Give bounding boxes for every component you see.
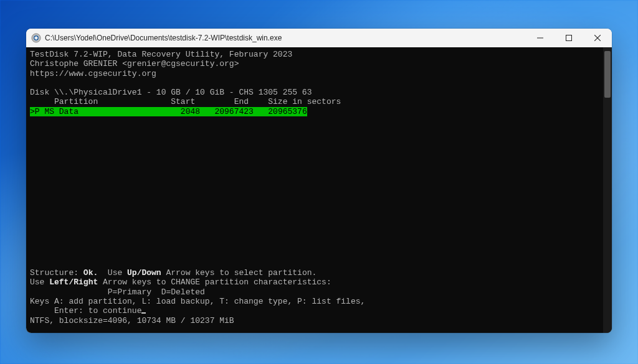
structure-line: Structure: Ok. Use Up/Down Arrow keys to… xyxy=(30,268,317,278)
filesystem-info-line: NTFS, blocksize=4096, 10734 MB / 10237 M… xyxy=(30,316,234,325)
window-controls xyxy=(526,29,612,47)
scrollbar-vertical[interactable] xyxy=(603,47,612,333)
app-icon xyxy=(31,33,41,43)
terminal-area[interactable]: TestDisk 7.2-WIP, Data Recovery Utility,… xyxy=(26,47,612,333)
use-line: Use Left/Right Arrow keys to CHANGE part… xyxy=(30,278,331,287)
maximize-button[interactable] xyxy=(555,29,583,47)
minimize-button[interactable] xyxy=(526,29,555,47)
enter-line: Enter: to continue xyxy=(30,306,146,315)
text-cursor xyxy=(141,312,146,314)
legend-line: P=Primary D=Deleted xyxy=(30,287,205,297)
close-button[interactable] xyxy=(583,29,612,47)
scroll-thumb[interactable] xyxy=(604,51,611,98)
column-header: Partition Start End Size in sectors xyxy=(30,97,341,106)
svg-rect-3 xyxy=(35,37,38,39)
window-titlebar[interactable]: C:\Users\Yodel\OneDrive\Documents\testdi… xyxy=(26,29,612,47)
terminal-blank-area xyxy=(30,116,599,268)
keys-line: Keys A: add partition, L: load backup, T… xyxy=(30,297,365,306)
disk-info-line: Disk \\.\PhysicalDrive1 - 10 GB / 10 GiB… xyxy=(30,88,312,97)
console-window: C:\Users\Yodel\OneDrive\Documents\testdi… xyxy=(26,29,612,333)
author-line: Christophe GRENIER <grenier@cgsecurity.o… xyxy=(30,59,239,68)
svg-rect-5 xyxy=(566,35,572,41)
partition-row-selected[interactable]: >P MS Data 2048 20967423 20965376 xyxy=(30,107,307,116)
window-title: C:\Users\Yodel\OneDrive\Documents\testdi… xyxy=(45,34,526,42)
app-banner-line: TestDisk 7.2-WIP, Data Recovery Utility,… xyxy=(30,50,292,59)
url-line: https://www.cgsecurity.org xyxy=(30,69,156,78)
terminal-content: TestDisk 7.2-WIP, Data Recovery Utility,… xyxy=(30,50,599,325)
